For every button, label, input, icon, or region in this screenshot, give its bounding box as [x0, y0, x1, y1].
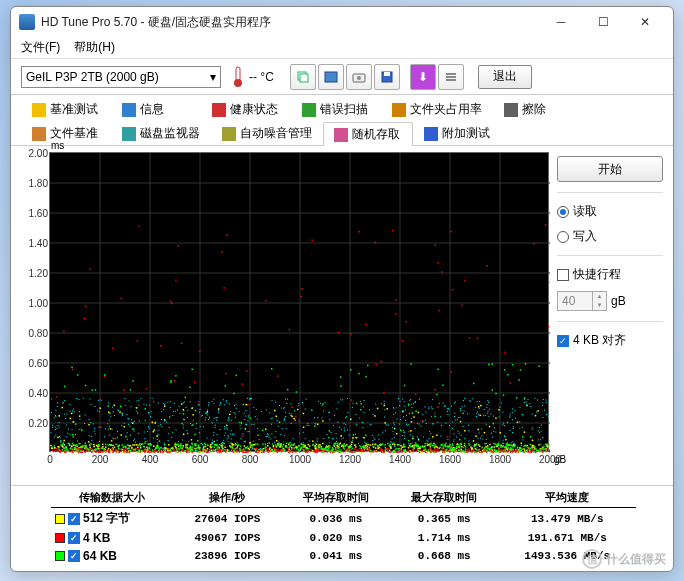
tab-icon [424, 127, 438, 141]
tab-自动噪音管理[interactable]: 自动噪音管理 [211, 121, 323, 145]
tab-icon [302, 103, 316, 117]
settings-button[interactable] [438, 64, 464, 90]
quick-checkbox[interactable]: 快捷行程 [557, 266, 663, 283]
titlebar[interactable]: HD Tune Pro 5.70 - 硬盘/固态硬盘实用程序 ─ ☐ ✕ [11, 7, 673, 37]
down-button[interactable]: ⬇ [410, 64, 436, 90]
close-button[interactable]: ✕ [625, 10, 665, 34]
start-button[interactable]: 开始 [557, 156, 663, 182]
align-checkbox[interactable]: ✓4 KB 对齐 [557, 332, 663, 349]
results-panel: 传输数据大小操作/秒平均存取时间最大存取时间平均速度✓ 512 字节27604 … [11, 485, 673, 571]
tab-icon [122, 127, 136, 141]
tab-信息[interactable]: 信息 [111, 97, 201, 121]
temp-value: -- °C [249, 70, 274, 84]
thermometer-icon [231, 66, 245, 88]
table-row: ✓ 512 字节27604 IOPS0.036 ms0.365 ms13.479… [51, 508, 636, 530]
tab-磁盘监视器[interactable]: 磁盘监视器 [111, 121, 211, 145]
tab-icon [32, 127, 46, 141]
scatter-chart: 0.200.400.600.801.001.201.401.601.802.00… [49, 152, 549, 452]
toolbar: GeIL P3P 2TB (2000 gB) ▾ -- °C ⬇ 退出 [11, 59, 673, 95]
chevron-down-icon: ▾ [210, 70, 216, 84]
tab-icon [222, 127, 236, 141]
svg-rect-3 [300, 74, 308, 82]
tab-文件夹占用率[interactable]: 文件夹占用率 [381, 97, 493, 121]
drive-select[interactable]: GeIL P3P 2TB (2000 gB) ▾ [21, 66, 221, 88]
svg-rect-8 [384, 72, 390, 76]
window-title: HD Tune Pro 5.70 - 硬盘/固态硬盘实用程序 [41, 14, 541, 31]
svg-rect-10 [446, 76, 456, 78]
tab-icon [504, 103, 518, 117]
table-row: ✓ 64 KB23896 IOPS0.041 ms0.668 ms1493.53… [51, 547, 636, 565]
app-window: HD Tune Pro 5.70 - 硬盘/固态硬盘实用程序 ─ ☐ ✕ 文件(… [10, 6, 674, 572]
temperature: -- °C [231, 66, 274, 88]
svg-rect-4 [325, 72, 337, 82]
camera-button[interactable] [346, 64, 372, 90]
menu-help[interactable]: 帮助(H) [74, 39, 115, 56]
minimize-button[interactable]: ─ [541, 10, 581, 34]
tab-擦除[interactable]: 擦除 [493, 97, 583, 121]
exit-button[interactable]: 退出 [478, 65, 532, 89]
svg-point-6 [357, 76, 361, 80]
tab-随机存取[interactable]: 随机存取 [323, 122, 413, 146]
screenshot-button[interactable] [318, 64, 344, 90]
maximize-button[interactable]: ☐ [583, 10, 623, 34]
chart-area: ms 0.200.400.600.801.001.201.401.601.802… [21, 152, 549, 479]
tab-icon [32, 103, 46, 117]
menubar: 文件(F) 帮助(H) [11, 37, 673, 59]
svg-rect-9 [446, 73, 456, 75]
tab-文件基准[interactable]: 文件基准 [21, 121, 111, 145]
tab-icon [212, 103, 226, 117]
tab-icon [334, 128, 348, 142]
svg-point-1 [234, 79, 242, 87]
drive-name: GeIL P3P 2TB (2000 gB) [26, 70, 159, 84]
table-row: ✓ 4 KB49067 IOPS0.020 ms1.714 ms191.671 … [51, 529, 636, 547]
menu-file[interactable]: 文件(F) [21, 39, 60, 56]
tab-bar: 基准测试信息健康状态错误扫描文件夹占用率擦除文件基准磁盘监视器自动噪音管理随机存… [11, 95, 673, 146]
tab-基准测试[interactable]: 基准测试 [21, 97, 111, 121]
read-radio[interactable]: 读取 [557, 203, 663, 220]
results-table: 传输数据大小操作/秒平均存取时间最大存取时间平均速度✓ 512 字节27604 … [51, 488, 636, 565]
y-axis-unit: ms [51, 140, 64, 151]
save-button[interactable] [374, 64, 400, 90]
tab-健康状态[interactable]: 健康状态 [201, 97, 291, 121]
tab-icon [392, 103, 406, 117]
svg-rect-0 [236, 67, 240, 81]
tab-错误扫描[interactable]: 错误扫描 [291, 97, 381, 121]
size-spinner[interactable]: 40▲▼ [557, 291, 607, 311]
svg-rect-11 [446, 79, 456, 81]
copy-button[interactable] [290, 64, 316, 90]
size-unit: gB [611, 294, 626, 308]
write-radio[interactable]: 写入 [557, 228, 663, 245]
tab-附加测试[interactable]: 附加测试 [413, 121, 503, 145]
tab-icon [122, 103, 136, 117]
app-icon [19, 14, 35, 30]
side-panel: 开始 读取 写入 快捷行程 40▲▼ gB ✓4 KB 对齐 [557, 152, 663, 479]
x-axis-unit: gB [554, 454, 579, 493]
